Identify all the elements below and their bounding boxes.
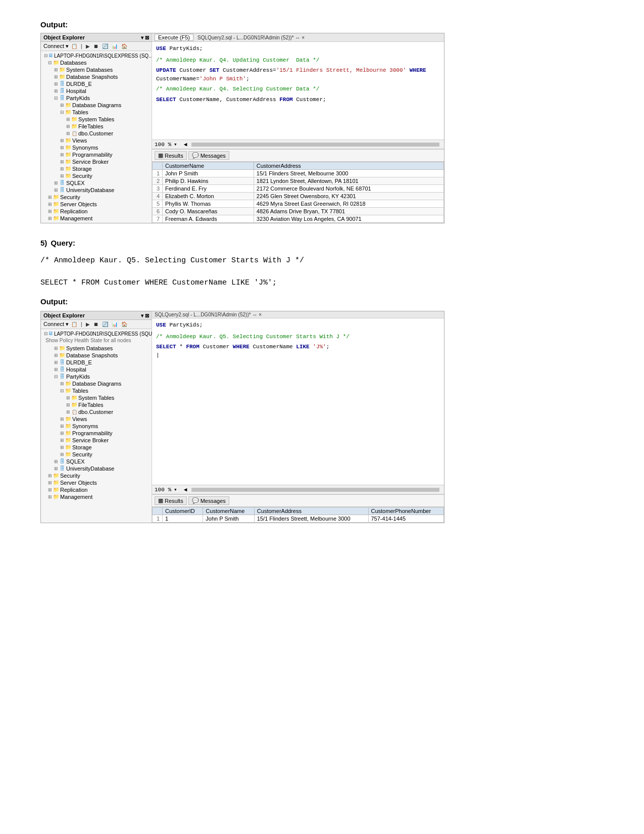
expand-syn[interactable]: ⊞	[60, 145, 65, 150]
connect-btn-q5[interactable]: Connect ▾	[43, 321, 69, 328]
tree-row-server[interactable]: ⊟ 🖥 LAPTOP-FHDG0N1R\SQLEXPRESS (SQ...	[43, 52, 150, 59]
expand-sysdb[interactable]: ⊞	[54, 67, 59, 72]
toolbar-icon-3[interactable]: ▶	[85, 43, 91, 50]
q5-diagrams[interactable]: ⊞ 📁 Database Diagrams	[43, 380, 150, 387]
q5-expand-diag[interactable]: ⊞	[60, 381, 65, 386]
expand-hospital[interactable]: ⊞	[54, 88, 59, 94]
q5-dlrdb[interactable]: ⊞ 🗄 DLRDB_E	[43, 359, 150, 366]
tree-univdb[interactable]: ⊞ 🗄 UniversityDatabase	[43, 187, 150, 194]
expand-views[interactable]: ⊞	[60, 138, 65, 143]
q5-sysdb[interactable]: ⊞ 📁 System Databases	[43, 345, 150, 352]
q5-expand-pk[interactable]: ⊟	[54, 374, 59, 379]
tree-diagrams[interactable]: ⊞ 📁 Database Diagrams	[43, 102, 150, 109]
expand-stor[interactable]: ⊞	[60, 166, 65, 171]
q5-expand-snap[interactable]: ⊞	[54, 353, 59, 358]
q5-partykids[interactable]: ⊟ 🗄 PartyKids	[43, 373, 150, 380]
expand-partykids[interactable]: ⊟	[54, 96, 59, 101]
q5-expand-server[interactable]: ⊟	[44, 331, 48, 336]
q5-sqlex[interactable]: ⊞ 🗄 SQLEX	[43, 458, 150, 465]
q5-expand-sqlex[interactable]: ⊞	[54, 459, 59, 464]
zoom-dropdown-1[interactable]: ▾	[174, 141, 177, 148]
q5-expand-sysdb[interactable]: ⊞	[54, 346, 59, 351]
q5-expand-cust[interactable]: ⊞	[66, 409, 71, 414]
expand-svc[interactable]: ⊞	[60, 159, 65, 164]
q5-mgmt[interactable]: ⊞ 📁 Management	[43, 493, 150, 500]
explorer-pin-icon[interactable]: ▾ ⊠	[141, 35, 149, 40]
q5-expand-univdb[interactable]: ⊞	[54, 466, 59, 471]
toolbar-q5-5[interactable]: 🔄	[101, 321, 109, 328]
tree-systables[interactable]: ⊞ 📁 System Tables	[43, 116, 150, 123]
expand-dlrdb[interactable]: ⊞	[54, 81, 59, 86]
q5-repl[interactable]: ⊞ 📁 Replication	[43, 486, 150, 493]
q5-expand-sec-pk[interactable]: ⊞	[60, 452, 65, 457]
toolbar-q5-3[interactable]: ▶	[85, 321, 91, 328]
scroll-arrow-1[interactable]: ◀	[184, 141, 187, 148]
toolbar-q5-1[interactable]: 📋	[70, 321, 78, 328]
toolbar-icon-4[interactable]: ⏹	[92, 43, 100, 50]
tree-system-dbs[interactable]: ⊞ 📁 System Databases	[43, 66, 150, 73]
tree-filetables[interactable]: ⊞ 📁 FileTables	[43, 123, 150, 130]
tree-replication[interactable]: ⊞ 📁 Replication	[43, 208, 150, 215]
expand-databases[interactable]: ⊟	[48, 60, 53, 65]
explorer-pin-icon-q5[interactable]: ▾ ⊠	[141, 313, 149, 318]
execute-btn-1[interactable]: Execute (F5)	[155, 34, 193, 41]
zoom-label-q5[interactable]: 100 %	[155, 487, 171, 493]
messages-tab-q5[interactable]: 💬 Messages	[188, 496, 229, 505]
connect-btn-1[interactable]: Connect ▾	[43, 43, 69, 50]
q5-synonyms[interactable]: ⊞ 📁 Synonyms	[43, 423, 150, 430]
q5-expand-sec-top[interactable]: ⊞	[48, 473, 53, 478]
q5-tables[interactable]: ⊟ 📁 Tables	[43, 387, 150, 394]
zoom-dropdown-q5[interactable]: ▾	[174, 486, 177, 493]
tree-views[interactable]: ⊞ 📁 Views	[43, 137, 150, 144]
q5-univdb[interactable]: ⊞ 🗄 UniversityDatabase	[43, 465, 150, 472]
tree-svcbroker[interactable]: ⊞ 📁 Service Broker	[43, 158, 150, 165]
toolbar-q5-2[interactable]: |	[80, 321, 83, 328]
results-tab-q5[interactable]: ▦ Results	[155, 496, 187, 505]
q5-srvobj[interactable]: ⊞ 📁 Server Objects	[43, 479, 150, 486]
expand-server[interactable]: ⊟	[44, 53, 48, 58]
expand-sec-pk[interactable]: ⊞	[60, 173, 65, 178]
q5-expand-syn[interactable]: ⊞	[60, 424, 65, 429]
expand-snap[interactable]: ⊞	[54, 74, 59, 79]
tree-row-databases[interactable]: ⊟ 📁 Databases	[43, 59, 150, 66]
expand-univdb[interactable]: ⊞	[54, 188, 59, 193]
sql-editor-1[interactable]: USE PartyKids; /* Anmoldeep Kaur. Q4. Up…	[152, 42, 444, 140]
expand-sqlex[interactable]: ⊞	[54, 180, 59, 186]
q5-expand-hospital[interactable]: ⊞	[54, 367, 59, 372]
toolbar-q5-6[interactable]: 📊	[111, 321, 119, 328]
expand-sec-top[interactable]: ⊞	[48, 195, 53, 200]
toolbar-icon-7[interactable]: 🏠	[120, 43, 128, 50]
toolbar-q5-4[interactable]: ⏹	[92, 321, 100, 328]
tree-srvobj[interactable]: ⊞ 📁 Server Objects	[43, 201, 150, 208]
q5-views[interactable]: ⊞ 📁 Views	[43, 415, 150, 423]
q5-expand-tables[interactable]: ⊟	[60, 388, 65, 393]
tree-dlrdb[interactable]: ⊞ 🗄 DLRDB_E	[43, 80, 150, 87]
scrollbar-q5[interactable]	[191, 488, 439, 492]
q5-filetables[interactable]: ⊞ 📁 FileTables	[43, 401, 150, 408]
q5-expand-filetab[interactable]: ⊞	[66, 402, 71, 407]
messages-tab-1[interactable]: 💬 Messages	[188, 151, 229, 160]
q5-expand-mgmt[interactable]: ⊞	[48, 494, 53, 499]
expand-systab[interactable]: ⊞	[66, 117, 71, 122]
q5-expand-prog[interactable]: ⊞	[60, 431, 65, 436]
q5-hospital[interactable]: ⊞ 🗄 Hospital	[43, 366, 150, 373]
q5-sec-top[interactable]: ⊞ 📁 Security	[43, 472, 150, 479]
tree-security-pk[interactable]: ⊞ 📁 Security	[43, 172, 150, 179]
expand-diag[interactable]: ⊞	[60, 103, 65, 108]
expand-repl[interactable]: ⊞	[48, 209, 53, 214]
tree-hospital[interactable]: ⊞ 🗄 Hospital	[43, 87, 150, 95]
tree-storage[interactable]: ⊞ 📁 Storage	[43, 165, 150, 172]
q5-customer[interactable]: ⊞ 📋 dbo.Customer	[43, 408, 150, 415]
expand-cust[interactable]: ⊞	[66, 131, 71, 136]
q5-server[interactable]: ⊟ 🖥 LAPTOP-FHDG0N1R\SQLEXPRESS (SQU...	[43, 330, 150, 337]
q5-storage[interactable]: ⊞ 📁 Storage	[43, 444, 150, 451]
q5-expand-dlrdb[interactable]: ⊞	[54, 360, 59, 365]
expand-mgmt[interactable]: ⊞	[48, 216, 53, 221]
toolbar-q5-7[interactable]: 🏠	[120, 321, 128, 328]
expand-filetab[interactable]: ⊞	[66, 124, 71, 129]
q5-svc[interactable]: ⊞ 📁 Service Broker	[43, 437, 150, 444]
tree-security-top[interactable]: ⊞ 📁 Security	[43, 194, 150, 201]
q5-prog[interactable]: ⊞ 📁 Programmability	[43, 430, 150, 437]
zoom-label-1[interactable]: 100 %	[155, 142, 171, 148]
expand-srvobj[interactable]: ⊞	[48, 202, 53, 207]
